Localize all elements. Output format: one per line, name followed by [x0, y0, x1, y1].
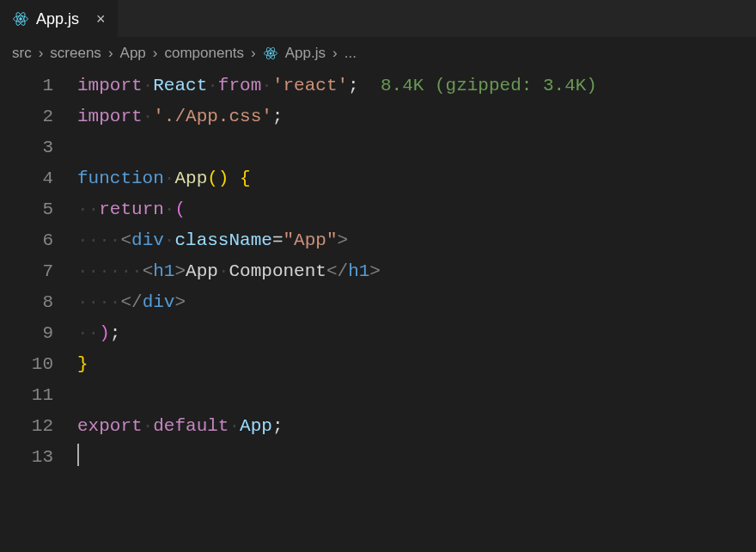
- code-line: export·default·App;: [77, 411, 756, 442]
- chevron-right-icon: ›: [39, 45, 44, 62]
- code-editor[interactable]: 1 2 3 4 5 6 7 8 9 10 11 12 13 import·Rea…: [0, 69, 756, 473]
- line-number: 10: [0, 349, 53, 380]
- breadcrumb-item[interactable]: App.js: [285, 45, 326, 62]
- chevron-right-icon: ›: [108, 45, 113, 62]
- import-size-hint: 8.4K (gzipped: 3.4K): [359, 76, 597, 95]
- code-line: ······<h1>App·Component</h1>: [77, 256, 756, 287]
- line-number: 3: [0, 132, 53, 163]
- code-line: }: [77, 349, 756, 380]
- line-number: 13: [0, 442, 53, 473]
- svg-point-4: [269, 52, 271, 55]
- line-number: 5: [0, 194, 53, 225]
- close-icon[interactable]: ×: [96, 10, 106, 28]
- line-number: 12: [0, 411, 53, 442]
- line-number: 8: [0, 287, 53, 318]
- tab-bar: App.js ×: [0, 0, 756, 38]
- line-number: 4: [0, 163, 53, 194]
- svg-point-0: [19, 17, 21, 20]
- code-line: import·'./App.css';: [77, 101, 756, 132]
- tab-app-js[interactable]: App.js ×: [0, 0, 118, 38]
- code-line: ··return·(: [77, 194, 756, 225]
- breadcrumb-item[interactable]: screens: [50, 45, 101, 62]
- breadcrumb-item[interactable]: App: [120, 45, 146, 62]
- line-number: 11: [0, 380, 53, 411]
- line-number: 2: [0, 101, 53, 132]
- code-line: [77, 442, 756, 473]
- code-line: function·App() {: [77, 163, 756, 194]
- breadcrumb: src › screens › App › components › App.j…: [0, 38, 756, 69]
- chevron-right-icon: ›: [153, 45, 158, 62]
- code-line: ····</div>: [77, 287, 756, 318]
- code-line: import·React·from·'react'; 8.4K (gzipped…: [77, 71, 756, 101]
- line-number: 6: [0, 225, 53, 256]
- tab-filename: App.js: [36, 10, 79, 28]
- code-line: ····<div·className="App">: [77, 225, 756, 256]
- line-number: 9: [0, 318, 53, 349]
- line-number: 1: [0, 71, 53, 101]
- react-icon: [12, 10, 29, 28]
- code-line: [77, 380, 756, 411]
- code-line: ··);: [77, 318, 756, 349]
- breadcrumb-item[interactable]: ...: [344, 45, 357, 62]
- breadcrumb-item[interactable]: components: [164, 45, 244, 62]
- code-line: [77, 132, 756, 163]
- breadcrumb-item[interactable]: src: [12, 45, 32, 62]
- chevron-right-icon: ›: [251, 45, 256, 62]
- text-cursor: [77, 444, 79, 466]
- react-icon: [263, 46, 278, 61]
- chevron-right-icon: ›: [332, 45, 338, 62]
- code-area[interactable]: import·React·from·'react'; 8.4K (gzipped…: [77, 71, 756, 473]
- line-number: 7: [0, 256, 53, 287]
- gutter: 1 2 3 4 5 6 7 8 9 10 11 12 13: [0, 71, 77, 473]
